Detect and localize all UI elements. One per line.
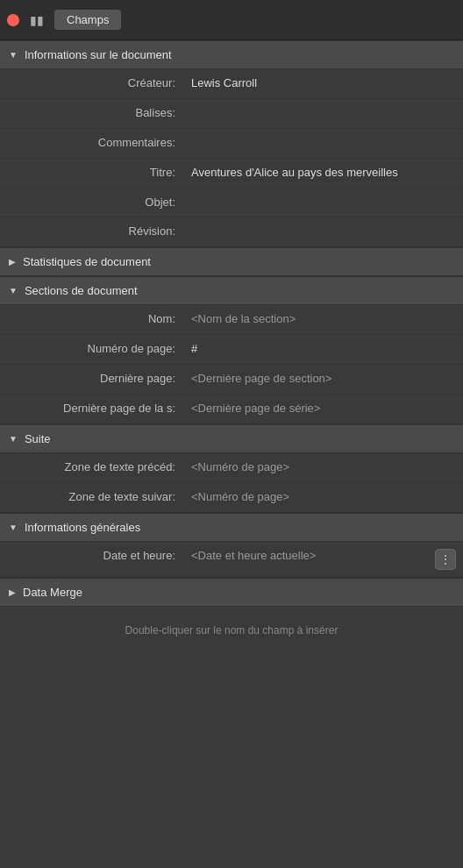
field-row: Dernière page de la s:<Dernière page de … [0, 395, 463, 424]
section-title-suite: Suite [25, 432, 51, 445]
triangle-icon-suite: ▼ [9, 434, 18, 444]
field-label: Révision: [0, 217, 184, 246]
field-row: Dernière page:<Dernière page de section> [0, 365, 463, 395]
section-title-stats-document: Statistiques de document [23, 255, 151, 268]
triangle-icon-data-merge: ▶ [9, 587, 16, 597]
pause-button[interactable]: ▮▮ [26, 11, 47, 29]
field-value: # [184, 335, 463, 364]
field-value [184, 129, 463, 143]
field-row: Zone de texte précéd:<Numéro de page> [0, 453, 463, 483]
section-header-data-merge[interactable]: ▶ Data Merge [0, 578, 463, 607]
field-row-special: Date et heure:<Date et heure actuelle>⋮ [0, 542, 463, 578]
field-label: Balises: [0, 99, 184, 128]
field-value [184, 217, 463, 231]
section-title-info-document: Informations sur le document [25, 48, 172, 61]
field-label: Date et heure: [0, 542, 184, 571]
triangle-icon-info-generales: ▼ [9, 523, 18, 532]
field-row: Objet: [0, 189, 463, 218]
section-header-info-document[interactable]: ▼ Informations sur le document [0, 40, 463, 69]
options-button[interactable]: ⋮ [435, 549, 456, 570]
fields-info-generales: Date et heure:<Date et heure actuelle>⋮ [0, 542, 463, 578]
field-value-area: <Date et heure actuelle>⋮ [184, 542, 463, 577]
section-title-data-merge: Data Merge [23, 586, 82, 599]
bottom-instruction: Double-cliquer sur le nom du champ à ins… [0, 607, 463, 654]
field-row: Commentaires: [0, 129, 463, 159]
field-row: Nom:<Nom de la section> [0, 305, 463, 335]
section-header-sections-document[interactable]: ▼ Sections de document [0, 276, 463, 305]
title-bar: ▮▮ Champs [0, 0, 463, 40]
panel-title: Champs [54, 10, 121, 30]
field-label: Titre: [0, 159, 184, 188]
field-label: Créateur: [0, 69, 184, 98]
field-value: <Nom de la section> [184, 305, 463, 334]
field-label: Objet: [0, 189, 184, 217]
section-header-info-generales[interactable]: ▼ Informations générales [0, 513, 463, 542]
field-label: Numéro de page: [0, 335, 184, 364]
field-label: Commentaires: [0, 129, 184, 158]
triangle-icon-sections-document: ▼ [9, 286, 18, 295]
field-value: <Numéro de page> [184, 483, 463, 512]
field-row: Balises: [0, 99, 463, 129]
field-row: Titre:Aventures d'Alice au pays des merv… [0, 159, 463, 189]
field-value [184, 189, 463, 203]
field-value: <Dernière page de section> [184, 365, 463, 394]
close-button[interactable] [7, 14, 19, 26]
triangle-icon-info-document: ▼ [9, 50, 18, 60]
field-label: Nom: [0, 305, 184, 334]
field-value: <Date et heure actuelle> [191, 549, 430, 564]
section-title-sections-document: Sections de document [25, 284, 138, 297]
field-value [184, 99, 463, 113]
field-row: Numéro de page:# [0, 335, 463, 365]
fields-info-document: Créateur:Lewis CarrollBalises:Commentair… [0, 69, 463, 247]
field-row: Révision: [0, 217, 463, 247]
sections-container: ▼ Informations sur le document Créateur:… [0, 40, 463, 607]
triangle-icon-stats-document: ▶ [9, 257, 16, 267]
field-value: <Dernière page de série> [184, 395, 463, 423]
section-header-suite[interactable]: ▼ Suite [0, 424, 463, 453]
field-label: Dernière page: [0, 365, 184, 394]
field-row: Créateur:Lewis Carroll [0, 69, 463, 99]
field-label: Dernière page de la s: [0, 395, 184, 423]
section-title-info-generales: Informations générales [25, 521, 140, 534]
fields-suite: Zone de texte précéd:<Numéro de page>Zon… [0, 453, 463, 513]
field-label: Zone de texte précéd: [0, 453, 184, 482]
fields-sections-document: Nom:<Nom de la section>Numéro de page:#D… [0, 305, 463, 424]
field-value: <Numéro de page> [184, 453, 463, 482]
field-value: Aventures d'Alice au pays des merveilles [184, 159, 463, 188]
section-header-stats-document[interactable]: ▶ Statistiques de document [0, 247, 463, 276]
field-label: Zone de texte suivar: [0, 483, 184, 512]
field-value: Lewis Carroll [184, 69, 463, 98]
field-row: Zone de texte suivar:<Numéro de page> [0, 483, 463, 513]
instruction-text: Double-cliquer sur le nom du champ à ins… [125, 624, 338, 637]
